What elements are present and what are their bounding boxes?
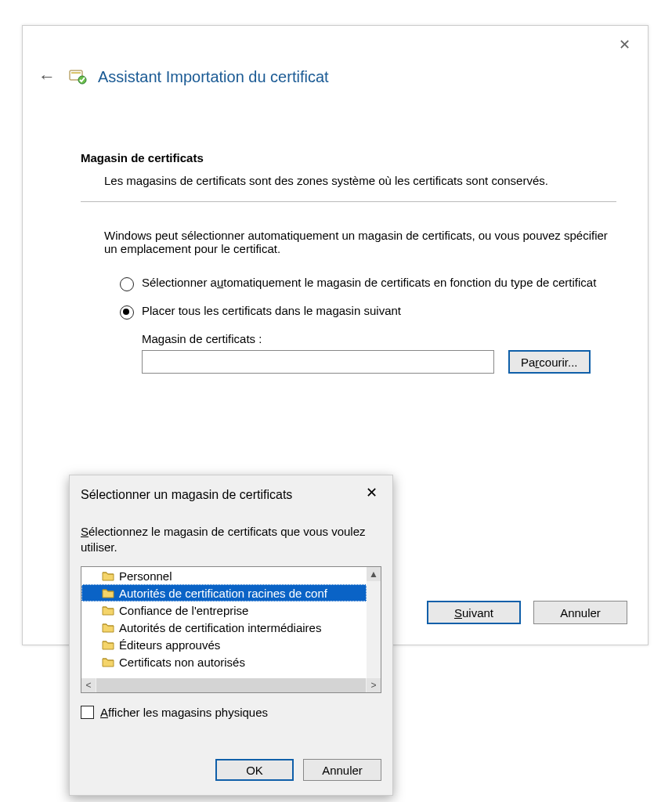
certificate-wizard-icon bbox=[68, 67, 87, 86]
radio-auto-select[interactable]: Sélectionner automatiquement le magasin … bbox=[120, 276, 616, 291]
close-icon[interactable]: ✕ bbox=[615, 35, 634, 54]
checkbox-icon[interactable] bbox=[81, 706, 94, 719]
tree-item[interactable]: Autorités de certification racines de co… bbox=[81, 584, 367, 602]
scroll-up-icon[interactable]: ▲ bbox=[367, 567, 381, 581]
tree-item[interactable]: Certificats non autorisés bbox=[81, 653, 367, 670]
wizard-header: ← Assistant Importation du certificat bbox=[37, 67, 329, 87]
tree-item-label: Personnel bbox=[119, 569, 172, 583]
radio-icon[interactable] bbox=[120, 305, 134, 320]
horizontal-scrollbar[interactable]: < > bbox=[81, 678, 381, 692]
tree-item[interactable]: Autorités de certification intermédiaire… bbox=[81, 619, 367, 636]
close-icon[interactable]: ✕ bbox=[358, 482, 385, 504]
store-picker-dialog: Sélectionner un magasin de certificats ✕… bbox=[69, 475, 393, 796]
tree-item-label: Autorités de certification intermédiaire… bbox=[119, 621, 321, 634]
store-tree: PersonnelAutorités de certification raci… bbox=[81, 566, 381, 693]
browse-button[interactable]: Parcourir... bbox=[508, 350, 591, 374]
scroll-right-icon[interactable]: > bbox=[367, 678, 381, 692]
scroll-left-icon[interactable]: < bbox=[81, 678, 96, 692]
radio-icon[interactable] bbox=[120, 277, 134, 291]
tree-item[interactable]: Confiance de l'entreprise bbox=[81, 602, 367, 619]
cancel-button[interactable]: Annuler bbox=[533, 601, 627, 624]
intro-text: Windows peut sélectionner automatiquemen… bbox=[104, 229, 616, 255]
show-physical-row[interactable]: Afficher les magasins physiques bbox=[81, 706, 268, 719]
picker-title: Sélectionner un magasin de certificats bbox=[81, 488, 292, 502]
back-arrow-icon[interactable]: ← bbox=[37, 67, 57, 87]
picker-instruction: Sélectionnez le magasin de certificats q… bbox=[81, 524, 378, 555]
tree-scroll-area[interactable]: PersonnelAutorités de certification raci… bbox=[81, 567, 367, 678]
store-field-label: Magasin de certificats : bbox=[142, 332, 616, 345]
cancel-button[interactable]: Annuler bbox=[303, 759, 381, 781]
wizard-title: Assistant Importation du certificat bbox=[98, 68, 329, 86]
divider bbox=[81, 201, 616, 202]
picker-footer: OK Annuler bbox=[215, 759, 381, 781]
tree-item-label: Certificats non autorisés bbox=[119, 656, 245, 669]
radio-place-all[interactable]: Placer tous les certificats dans le maga… bbox=[120, 304, 616, 320]
tree-item[interactable]: Personnel bbox=[81, 567, 367, 584]
scroll-thumb[interactable] bbox=[96, 678, 366, 692]
wizard-footer: Suivant Annuler bbox=[427, 601, 627, 624]
tree-item-label: Éditeurs approuvés bbox=[119, 638, 220, 652]
section-title: Magasin de certificats bbox=[81, 151, 616, 164]
tree-item-label: Confiance de l'entreprise bbox=[119, 604, 248, 617]
radio-place-label: Placer tous les certificats dans le maga… bbox=[142, 304, 401, 317]
radio-auto-label: Sélectionner automatiquement le magasin … bbox=[142, 276, 596, 289]
ok-button[interactable]: OK bbox=[215, 759, 294, 781]
show-physical-label: Afficher les magasins physiques bbox=[100, 706, 268, 719]
store-input[interactable] bbox=[142, 350, 494, 374]
store-row: Parcourir... bbox=[142, 350, 616, 374]
svg-rect-1 bbox=[71, 72, 81, 74]
tree-item-label: Autorités de certification racines de co… bbox=[119, 587, 327, 600]
vertical-scrollbar[interactable]: ▲ bbox=[367, 567, 381, 678]
wizard-body: Magasin de certificats Les magasins de c… bbox=[81, 151, 616, 374]
section-subtitle: Les magasins de certificats sont des zon… bbox=[104, 174, 616, 187]
tree-item[interactable]: Éditeurs approuvés bbox=[81, 636, 367, 653]
next-button[interactable]: Suivant bbox=[427, 601, 521, 624]
store-radio-group: Sélectionner automatiquement le magasin … bbox=[120, 276, 616, 320]
